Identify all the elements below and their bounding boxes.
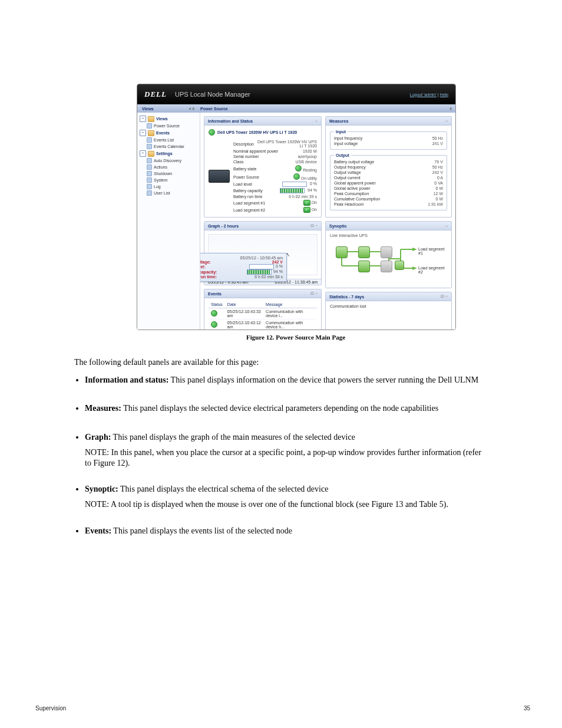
bullet-item: Events: This panel displays the events l… [85, 526, 487, 536]
power-icon [147, 123, 152, 129]
info-row: Load segment #2✓ On [233, 206, 317, 213]
events-panel: Events⊡ − StatusDateMessage05/25/12-10:4… [204, 289, 322, 330]
help-link[interactable]: Help [440, 93, 448, 97]
header-links: Logout 'admin' | Help [410, 93, 448, 97]
note-text: NOTE: In this panel, when you place the … [85, 447, 487, 469]
synoptic-diagram: Load segment #1 Load segment #2 [330, 240, 447, 285]
measure-row: Output frequency50 Hz [334, 164, 443, 170]
synoptic-panel: Synoptic− Line Interactive UPS [325, 221, 452, 288]
screenshot-window: DELL UPS Local Node Manager Logout 'admi… [137, 84, 456, 330]
status-ok-icon [211, 321, 217, 328]
info-row: Battery run time6 h 02 min 39 s [233, 194, 317, 199]
measure-row: Global active power0 W [334, 186, 443, 191]
bullet-item: Measures: This panel displays the select… [85, 403, 487, 414]
status-ok-icon [295, 165, 302, 172]
panel-title: Power Source [199, 107, 228, 111]
action-icon [147, 164, 152, 170]
graph-tooltip: Date:05/25/12 - 10:50:45 am Input voltag… [200, 253, 287, 282]
panel-tools-icon[interactable]: ⊡ − [441, 294, 448, 299]
folder-icon [148, 130, 154, 136]
tree-item[interactable]: Power Source [140, 123, 197, 129]
panel-tools-icon[interactable]: ⊡ − [310, 291, 318, 296]
expand-icon[interactable]: − [140, 130, 146, 136]
app-title: UPS Local Node Manager [175, 91, 250, 98]
info-row: Power Source On utility [233, 173, 317, 181]
info-row: Load segment #1✓ On [233, 199, 317, 206]
logout-link[interactable]: Logout 'admin' [410, 93, 437, 97]
col-header[interactable]: Status [209, 301, 225, 308]
tree-item[interactable]: Events List [140, 137, 197, 143]
info-row: ClassUSB device [233, 159, 317, 164]
col-header[interactable]: Message [263, 301, 317, 308]
events-table: StatusDateMessage05/25/12-10:43:33 amCom… [209, 301, 317, 330]
graph-panel: Graph - 2 hours⊡ − ↖ Date:05/25/12 - 10:… [204, 221, 322, 285]
calendar-icon [147, 144, 152, 149]
collapse-icon[interactable]: − [445, 119, 448, 123]
folder-icon [148, 151, 154, 157]
footer-right: 35 [524, 705, 530, 711]
expand-icon[interactable]: − [140, 150, 146, 157]
collapse-icon[interactable]: − [445, 224, 448, 228]
status-ok-icon [209, 129, 215, 136]
gear-icon [147, 177, 152, 183]
expand-icon[interactable]: ◊ [450, 107, 452, 111]
info-row: Load level 0 % [233, 181, 317, 187]
col-header[interactable]: Date [225, 301, 263, 308]
node-segment [395, 261, 404, 270]
app-header: DELL UPS Local Node Manager Logout 'admi… [137, 84, 455, 104]
synoptic-type: Line Interactive UPS [330, 233, 447, 238]
tree-item[interactable]: Shutdown [140, 170, 197, 177]
measure-row: Output current0 A [334, 175, 443, 180]
measure-row: Peak Consumption12 W [334, 191, 443, 196]
list-icon [147, 137, 152, 143]
tree-item[interactable]: Auto Discovery [140, 157, 197, 164]
measure-row: Input frequency50 Hz [334, 136, 443, 141]
note-text: NOTE: A tool tip is displayed when the m… [85, 499, 487, 510]
bullet-item: Information and status: This panel displ… [85, 375, 487, 386]
dell-logo: DELL [144, 90, 167, 99]
tree-item[interactable]: Events Calendar [140, 143, 197, 150]
tree-group[interactable]: −Settings [140, 150, 197, 157]
event-row[interactable]: 05/25/12-10:43:12 amCommunication with d… [209, 319, 317, 330]
body-text: The following default panels are availab… [74, 357, 487, 554]
panel-header: Statistics - 7 days [329, 295, 364, 299]
collapse-icon[interactable]: − [315, 119, 318, 123]
ls1-label: Load segment #1 [418, 247, 447, 255]
device-name: Dell UPS Tower 1920W HV UPS LI T 1920 [217, 130, 297, 134]
node-bypass [381, 246, 392, 258]
info-row: Battery capacity 94 % [233, 187, 317, 194]
statistics-panel: Statistics - 7 days⊡ − Communication los… [325, 292, 452, 330]
meter [282, 182, 307, 187]
event-row[interactable]: 05/25/12-10:43:33 amCommunication with d… [209, 308, 317, 319]
tree-group[interactable]: −Views [140, 115, 197, 123]
output-legend: Output [334, 153, 351, 157]
tree-item[interactable]: User List [140, 190, 197, 196]
panel-tools-icon[interactable]: ⊡ − [310, 223, 318, 228]
tree-group[interactable]: −Events [140, 129, 197, 137]
panel-header: Measures [329, 119, 348, 123]
node-output [381, 261, 392, 272]
status-ok-icon [293, 173, 300, 180]
ups-image [209, 170, 230, 183]
bullet-item: Synoptic: This panel displays the electr… [85, 484, 487, 510]
sidebar: −ViewsPower Source−EventsEvents ListEven… [137, 113, 200, 330]
tree-item[interactable]: System [140, 177, 197, 183]
node-filter [358, 246, 370, 258]
panel-header: Information and Status [208, 119, 253, 123]
svg-marker-0 [412, 248, 417, 251]
tree-item[interactable]: Log [140, 183, 197, 190]
measure-row: Battery output voltage76 V [334, 159, 443, 164]
figure-caption: Figure 12. Power Source Main Page [137, 334, 455, 341]
input-legend: Input [334, 130, 348, 134]
expand-icon[interactable]: − [140, 116, 146, 122]
svg-marker-1 [412, 266, 417, 270]
tree-item[interactable]: Actions [140, 164, 197, 170]
measure-row: Peak Headroom1.91 kW [334, 202, 443, 207]
page-footer: Supervision 35 [35, 705, 530, 711]
panel-header: Graph - 2 hours [208, 224, 239, 228]
views-bar-title: Views [141, 107, 154, 111]
info-status-panel: Information and Status− Dell UPS Tower 1… [204, 116, 322, 218]
node-input [336, 246, 348, 258]
measures-panel: Measures− InputInput frequency50 HzInput… [325, 116, 452, 218]
lead-text: The following default panels are availab… [74, 357, 487, 368]
